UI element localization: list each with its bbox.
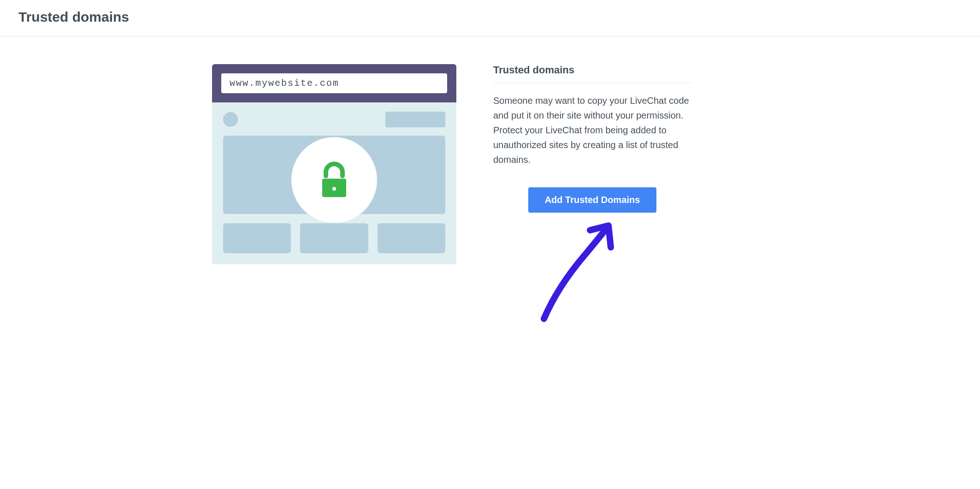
lock-badge (291, 137, 377, 223)
placeholder-row-top (223, 112, 445, 127)
add-trusted-domains-button[interactable]: Add Trusted Domains (528, 187, 657, 213)
placeholder-row-bottom (223, 223, 445, 253)
browser-chrome: www.mywebsite.com (212, 64, 456, 102)
browser-illustration: www.mywebsite.com (212, 64, 456, 264)
arrow-annotation-icon (530, 222, 622, 325)
illustration-container: www.mywebsite.com (212, 64, 456, 264)
side-panel: Trusted domains Someone may want to copy… (493, 64, 691, 213)
panel-description: Someone may want to copy your LiveChat c… (493, 93, 691, 167)
card-placeholder (223, 223, 291, 253)
url-bar: www.mywebsite.com (221, 73, 447, 93)
hero-placeholder (223, 136, 445, 214)
card-placeholder (300, 223, 368, 253)
page-header: Trusted domains (0, 0, 980, 36)
cta-container: Add Trusted Domains (493, 187, 691, 213)
content-area: www.mywebsite.com (0, 36, 980, 292)
button-placeholder (385, 112, 445, 127)
browser-body (212, 102, 456, 264)
svg-point-1 (332, 187, 336, 191)
panel-title: Trusted domains (493, 64, 691, 83)
avatar-placeholder (223, 112, 238, 127)
card-placeholder (378, 223, 445, 253)
lock-icon (318, 160, 351, 200)
page-title: Trusted domains (18, 9, 962, 25)
